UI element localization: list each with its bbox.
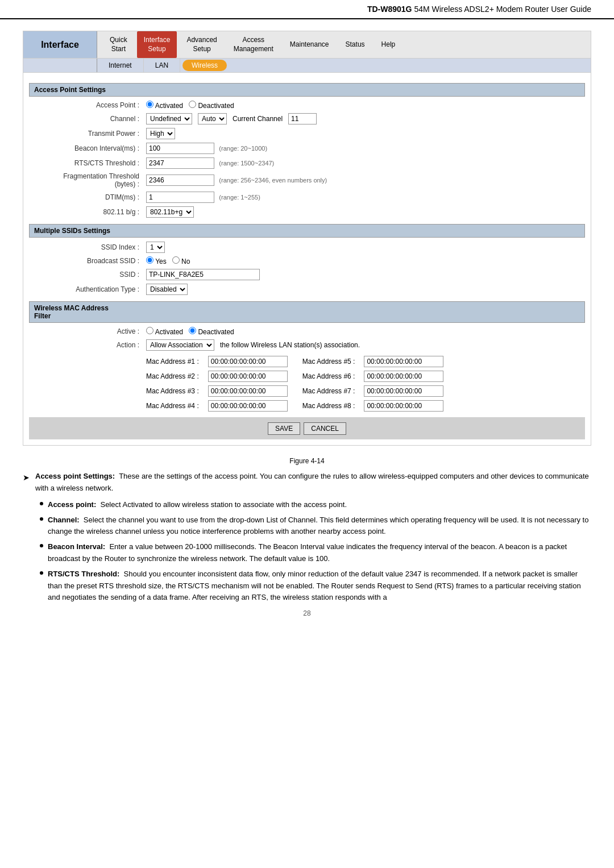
radio-broadcast-yes[interactable] <box>146 256 154 264</box>
rts-range: (range: 1500~2347) <box>219 160 274 167</box>
row-ssid-index: SSID Index : 1 <box>29 240 585 255</box>
transmit-power-select[interactable]: High <box>146 128 175 139</box>
row-beacon-interval: Beacon Interval(ms) : (range: 20~1000) <box>29 141 585 156</box>
ssid-index-label: SSID Index : <box>29 240 143 255</box>
sub-bullet-4-text: RTS/CTS Threshold: Should you encounter … <box>48 568 591 604</box>
active-label: Active : <box>29 325 143 338</box>
radio-active-deactivated-label[interactable]: Deactivated <box>189 328 234 336</box>
mac-input-1[interactable] <box>208 356 288 367</box>
page-header: TD-W8901G 54M Wireless ADSL2+ Modem Rout… <box>0 0 614 19</box>
ssid-input[interactable] <box>146 269 260 280</box>
main-bullet-text: Access point Settings: These are the set… <box>35 471 591 495</box>
rts-input[interactable] <box>146 157 214 169</box>
mac-input-6[interactable] <box>364 371 443 382</box>
auto-select[interactable]: Auto <box>198 113 227 124</box>
ssid-index-select[interactable]: 1 <box>146 242 165 253</box>
nav-status[interactable]: Status <box>339 36 372 54</box>
nav-items: QuickStart InterfaceSetup AdvancedSetup … <box>97 31 591 58</box>
bullet-dot-3 <box>40 544 43 547</box>
mac-label-1: Mac Address #1 : <box>146 354 205 369</box>
mac-row-3: Mac Address #3 : Mac Address #7 : <box>146 384 447 398</box>
radio-activated[interactable] <box>146 101 154 108</box>
radio-broadcast-no[interactable] <box>172 256 180 264</box>
radio-activated-label[interactable]: Activated <box>146 102 185 110</box>
content-area: Access Point Settings Access Point : Act… <box>23 73 591 445</box>
access-point-value: Activated Deactivated <box>143 99 585 111</box>
broadcast-ssid-value: Yes No <box>143 255 585 267</box>
cancel-button[interactable]: CANCEL <box>304 422 346 435</box>
nav-access-management[interactable]: AccessManagement <box>227 31 280 58</box>
action-select[interactable]: Allow Association <box>146 339 214 351</box>
nav-quick-start[interactable]: QuickStart <box>103 31 134 58</box>
mac-label-7: Mac Address #7 : <box>291 384 361 398</box>
mode-select[interactable]: 802.11b+g <box>146 206 194 218</box>
radio-deactivated-label[interactable]: Deactivated <box>189 102 234 110</box>
nav-advanced-setup[interactable]: AdvancedSetup <box>180 31 223 58</box>
mac-label-6: Mac Address #6 : <box>291 369 361 384</box>
bullet-dot-1 <box>40 502 43 505</box>
auth-type-select[interactable]: Disabled <box>146 284 188 295</box>
dtim-input[interactable] <box>146 192 214 203</box>
row-fragmentation: Fragmentation Threshold(bytes) : (range:… <box>29 171 585 190</box>
channel-select[interactable]: Undefined <box>146 113 192 124</box>
mac-value-8 <box>360 398 447 413</box>
mac-value-7 <box>360 384 447 398</box>
radio-broadcast-no-label[interactable]: No <box>172 258 190 265</box>
main-bullet-content: These are the settings of the access poi… <box>35 472 589 492</box>
radio-active-activated-label[interactable]: Activated <box>146 328 185 336</box>
tab-lan[interactable]: LAN <box>144 59 180 72</box>
mac-value-3 <box>205 384 291 398</box>
radio-broadcast-yes-label[interactable]: Yes <box>146 258 168 265</box>
nav-maintenance[interactable]: Maintenance <box>283 36 336 54</box>
tab-wireless[interactable]: Wireless <box>182 60 227 71</box>
rts-label: RTS/CTS Threshold : <box>29 156 143 171</box>
router-ui: Interface QuickStart InterfaceSetup Adva… <box>23 31 591 446</box>
beacon-interval-input[interactable] <box>146 143 214 154</box>
radio-active-activated[interactable] <box>146 327 154 334</box>
mac-input-7[interactable] <box>364 385 443 397</box>
bullet-dot-4 <box>40 571 43 575</box>
row-access-point: Access Point : Activated Deactivated <box>29 99 585 111</box>
current-channel-input[interactable] <box>288 113 317 124</box>
bullet-dot-2 <box>40 517 43 521</box>
mac-input-4[interactable] <box>208 400 288 412</box>
mac-row-4: Mac Address #4 : Mac Address #8 : <box>146 398 447 413</box>
auth-type-label: Authentication Type : <box>29 282 143 297</box>
section-access-point: Access Point Settings <box>29 83 585 97</box>
current-channel-label: Current Channel <box>233 115 283 123</box>
save-button[interactable]: SAVE <box>268 422 300 435</box>
nav-bar: Interface QuickStart InterfaceSetup Adva… <box>23 31 591 59</box>
mac-label-2: Mac Address #2 : <box>146 369 205 384</box>
row-mode: 802.11 b/g : 802.11b+g <box>29 205 585 219</box>
mode-label: 802.11 b/g : <box>29 205 143 219</box>
tabs: Internet LAN Wireless <box>97 59 229 72</box>
mac-input-2[interactable] <box>208 371 288 382</box>
mac-input-8[interactable] <box>364 400 443 412</box>
fragmentation-label: Fragmentation Threshold(bytes) : <box>29 171 143 190</box>
ssid-table: SSID Index : 1 Broadcast SSID : Yes <box>29 240 585 297</box>
fragmentation-input[interactable] <box>146 175 214 186</box>
main-bullet-arrow: ➤ <box>23 471 30 495</box>
mac-label-spacer <box>29 352 143 415</box>
fragmentation-value: (range: 256~2346, even numbers only) <box>143 171 585 190</box>
row-rts: RTS/CTS Threshold : (range: 1500~2347) <box>29 156 585 171</box>
access-point-label: Access Point : <box>29 99 143 111</box>
sub-bullets: Access point: Select Activated to allow … <box>40 499 591 604</box>
button-row: SAVE CANCEL <box>29 417 585 439</box>
mac-row-2: Mac Address #2 : Mac Address #6 : <box>146 369 447 384</box>
mac-input-3[interactable] <box>208 385 288 397</box>
channel-value: Undefined Auto Current Channel <box>143 111 585 126</box>
access-point-table: Access Point : Activated Deactivated Cha… <box>29 99 585 219</box>
dtim-label: DTIM(ms) : <box>29 190 143 205</box>
tab-internet[interactable]: Internet <box>97 59 144 72</box>
nav-sidebar-label: Interface <box>23 31 97 58</box>
nav-interface-setup[interactable]: InterfaceSetup <box>137 31 177 58</box>
action-label: Action : <box>29 338 143 352</box>
mac-address-table: Mac Address #1 : Mac Address #5 : Mac Ad… <box>146 354 447 413</box>
nav-help[interactable]: Help <box>375 36 403 54</box>
radio-active-deactivated[interactable] <box>189 327 196 334</box>
mac-input-5[interactable] <box>364 356 443 367</box>
radio-deactivated[interactable] <box>189 101 196 108</box>
mode-value: 802.11b+g <box>143 205 585 219</box>
mac-value-2 <box>205 369 291 384</box>
